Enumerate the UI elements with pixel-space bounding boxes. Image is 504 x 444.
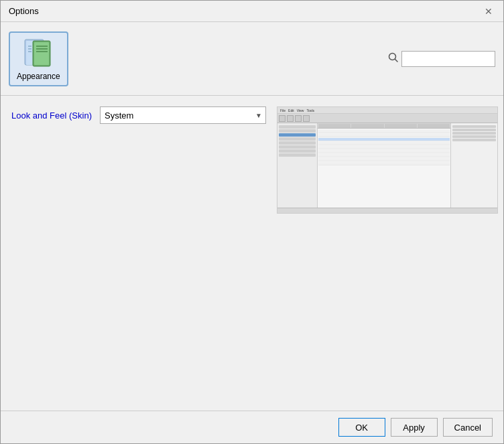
mini-row-3 — [318, 138, 450, 141]
mini-body — [277, 123, 497, 208]
mini-row-5 — [318, 146, 450, 149]
look-feel-row: Look and Feel (Skin) System Default Dark… — [11, 106, 266, 124]
dialog-body: Appearance Look and Feel — [1, 22, 503, 443]
look-feel-label: Look and Feel (Skin) — [11, 110, 92, 121]
mini-tool-btn-2 — [287, 115, 294, 122]
mini-row-7 — [318, 154, 450, 157]
mini-prop-3 — [452, 132, 496, 135]
mini-tool-btn-1 — [279, 115, 286, 122]
mini-menu-edit: Edit — [288, 108, 294, 113]
main-content: Look and Feel (Skin) System Default Dark… — [1, 96, 503, 411]
mini-tree-4 — [279, 137, 316, 141]
mini-tree-8 — [279, 153, 316, 157]
mini-th-1 — [318, 124, 351, 128]
mini-prop-4 — [452, 135, 496, 138]
apply-button[interactable]: Apply — [391, 418, 438, 437]
mini-prop-1 — [452, 125, 496, 128]
mini-row-4 — [318, 142, 450, 145]
mini-row-1 — [318, 130, 450, 133]
search-icon — [388, 52, 399, 65]
mini-main-area — [318, 123, 450, 208]
appearance-label: Appearance — [17, 72, 60, 81]
mini-app: File Edit View Tools — [277, 107, 497, 213]
icon-bar: Appearance — [1, 22, 503, 96]
appearance-icon — [22, 37, 54, 69]
title-bar-left: Options — [9, 6, 39, 16]
mini-row-8 — [318, 158, 450, 161]
look-feel-text: Look and Feel — [11, 110, 66, 121]
search-area — [388, 51, 495, 67]
mini-th-4 — [418, 124, 450, 128]
mini-tree-6 — [279, 145, 316, 149]
mini-tool-btn-4 — [303, 115, 310, 122]
mini-toolbar — [277, 114, 497, 123]
mini-row-2 — [318, 134, 450, 137]
close-button[interactable]: ✕ — [482, 5, 495, 18]
mini-status-bar — [277, 208, 497, 213]
mini-row-6 — [318, 150, 450, 153]
skin-text: (Skin) — [69, 110, 92, 121]
mini-right-panel — [450, 123, 497, 208]
mini-menu-file: File — [280, 108, 286, 113]
mini-tree-7 — [279, 149, 316, 153]
preview-image: File Edit View Tools — [277, 106, 498, 214]
right-panel: File Edit View Tools — [277, 106, 498, 400]
dialog-title: Options — [9, 6, 39, 16]
svg-line-11 — [395, 60, 398, 62]
appearance-icon-item[interactable]: Appearance — [9, 31, 68, 86]
skin-dropdown-wrap: System Default Dark Light ▼ — [100, 106, 266, 124]
mini-th-3 — [385, 124, 417, 128]
mini-tool-btn-3 — [295, 115, 302, 122]
mini-menu-tools: Tools — [306, 108, 314, 113]
mini-tree-5 — [279, 141, 316, 145]
mini-row-9 — [318, 162, 450, 165]
options-dialog: Options ✕ — [0, 0, 504, 444]
mini-table-header — [318, 123, 450, 129]
mini-tree-3 — [279, 133, 316, 137]
icon-bar-icons: Appearance — [9, 31, 380, 86]
bottom-bar: OK Apply Cancel — [1, 411, 503, 443]
mini-table-body — [318, 129, 450, 208]
svg-rect-3 — [34, 42, 49, 65]
left-panel: Look and Feel (Skin) System Default Dark… — [11, 106, 266, 400]
mini-prop-5 — [452, 139, 496, 141]
search-input[interactable] — [401, 51, 495, 67]
mini-menu-view: View — [297, 108, 304, 113]
ok-button[interactable]: OK — [338, 418, 385, 437]
mini-tree-2 — [279, 129, 316, 133]
mini-th-2 — [351, 124, 383, 128]
mini-tree-1 — [279, 125, 316, 129]
mini-menubar: File Edit View Tools — [277, 107, 497, 114]
mini-sidebar — [277, 123, 318, 208]
title-bar: Options ✕ — [1, 1, 503, 22]
skin-dropdown[interactable]: System Default Dark Light — [100, 106, 266, 124]
mini-prop-2 — [452, 129, 496, 131]
cancel-button[interactable]: Cancel — [443, 418, 493, 437]
